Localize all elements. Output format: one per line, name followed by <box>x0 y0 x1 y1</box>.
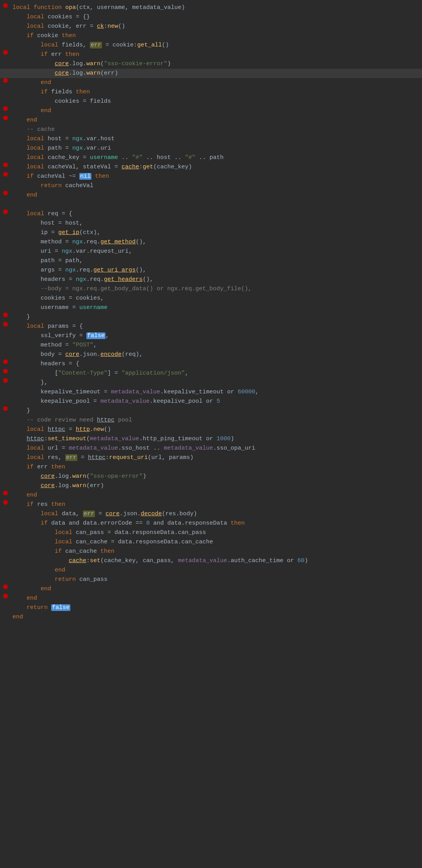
code-line-blank <box>0 200 422 209</box>
line-content-30: --body = ngx.req.get_body_data() or ngx.… <box>11 284 422 293</box>
code-line-7: core.log.warn("sso-cookie-error") <box>0 59 422 69</box>
gutter-39 <box>0 369 11 373</box>
breakpoint-40 <box>3 378 8 383</box>
line-content-55: if data and data.errorCode == 0 and data… <box>11 519 422 528</box>
line-content-23: host = host, <box>11 219 422 228</box>
line-content-8: core.log.warn(err) <box>11 69 422 78</box>
gutter-19 <box>0 172 11 177</box>
line-content-19: if cacheVal ~= nil then <box>11 172 422 181</box>
gutter-33 <box>0 313 11 317</box>
line-content-46: httpc:set_timeout(metadata_value.http_pi… <box>11 434 422 443</box>
line-content-37: body = core.json.encode(req), <box>11 350 422 359</box>
gutter-43 <box>0 406 11 411</box>
line-content-44: -- code review need httpc pool <box>11 416 422 425</box>
code-line-63: end <box>0 594 422 603</box>
code-line-5: local fields, err = cookie:get_all() <box>0 41 422 50</box>
line-content-49: if err then <box>11 463 422 472</box>
breakpoint-39 <box>3 369 8 373</box>
code-line-50: core.log.warn("sso-opa-error") <box>0 472 422 481</box>
code-line-46: httpc:set_timeout(metadata_value.http_pi… <box>0 434 422 444</box>
code-line-43: } <box>0 406 422 416</box>
line-content-35: ssl_verify = false, <box>11 331 422 340</box>
code-line-49: if err then <box>0 463 422 472</box>
breakpoint-33 <box>3 313 8 317</box>
line-content-41: keepalive_timeout = metadata_value.keepa… <box>11 388 422 396</box>
code-line-25: method = ngx.req.get_method(), <box>0 238 422 247</box>
code-line-20: return cacheVal <box>0 181 422 191</box>
code-line-33: } <box>0 313 422 322</box>
code-line-6: if err then <box>0 50 422 59</box>
breakpoint-43 <box>3 406 8 411</box>
line-content-blank <box>11 200 422 209</box>
code-line-58: if can_cache then <box>0 547 422 556</box>
code-line-62: end <box>0 584 422 594</box>
code-line-40: }, <box>0 378 422 388</box>
line-content-22: local req = { <box>11 209 422 218</box>
line-content-33: } <box>11 313 422 321</box>
line-content-2: local cookies = {} <box>11 13 422 21</box>
gutter-6 <box>0 50 11 55</box>
code-line-29: headers = ngx.req.get_headers(), <box>0 275 422 284</box>
line-content-5: local fields, err = cookie:get_all() <box>11 41 422 50</box>
code-line-51: core.log.warn(err) <box>0 481 422 491</box>
line-content-54: local data, err = core.json.decode(res.b… <box>11 509 422 518</box>
gutter-22 <box>0 209 11 214</box>
line-content-40: }, <box>11 378 422 387</box>
line-content-61: return can_pass <box>11 575 422 584</box>
gutter-9 <box>0 78 11 83</box>
gutter-62 <box>0 584 11 589</box>
breakpoint-19 <box>3 172 8 177</box>
line-content-34: local params = { <box>11 322 422 331</box>
line-content-10: if fields then <box>11 88 422 96</box>
code-line-17: local cache_key = username .. "#" .. hos… <box>0 153 422 163</box>
gutter-12 <box>0 106 11 111</box>
code-line-65: end <box>0 613 422 622</box>
line-content-42: keepalive_pool = metadata_value.keepaliv… <box>11 397 422 406</box>
line-content-64: return false <box>11 603 422 612</box>
code-line-23: host = host, <box>0 219 422 228</box>
code-line-13: end <box>0 116 422 125</box>
line-content-12: end <box>11 106 422 115</box>
line-content-6: if err then <box>11 50 422 59</box>
gutter-21 <box>0 191 11 195</box>
breakpoint-1 <box>3 3 8 8</box>
line-content-9: end <box>11 78 422 87</box>
line-content-60: end <box>11 566 422 575</box>
code-line-12: end <box>0 106 422 116</box>
gutter-13 <box>0 116 11 120</box>
breakpoint-63 <box>3 594 8 598</box>
code-line-61: return can_pass <box>0 575 422 584</box>
line-content-13: end <box>11 116 422 125</box>
line-content-3: local cookie, err = ck:new() <box>11 22 422 31</box>
line-content-48: local res, err = httpc:request_uri(url, … <box>11 453 422 462</box>
code-line-15: local host = ngx.var.host <box>0 134 422 144</box>
breakpoint-6 <box>3 50 8 55</box>
code-editor: local function opa(ctx, username, metada… <box>0 0 422 868</box>
breakpoint-38 <box>3 359 8 364</box>
code-line-8: core.log.warn(err) <box>0 69 422 78</box>
line-content-63: end <box>11 594 422 603</box>
gutter-18 <box>0 163 11 167</box>
line-content-29: headers = ngx.req.get_headers(), <box>11 275 422 284</box>
breakpoint-62 <box>3 584 8 589</box>
code-line-64: return false <box>0 603 422 613</box>
line-content-47: local url = metadata_value.sso_host .. m… <box>11 444 422 453</box>
breakpoint-12 <box>3 106 8 111</box>
code-line-11: cookies = fields <box>0 97 422 106</box>
code-line-42: keepalive_pool = metadata_value.keepaliv… <box>0 397 422 406</box>
code-line-35: ssl_verify = false, <box>0 331 422 341</box>
line-content-15: local host = ngx.var.host <box>11 134 422 143</box>
code-line-3: local cookie, err = ck:new() <box>0 22 422 31</box>
code-line-36: method = "POST", <box>0 341 422 350</box>
code-line-2: local cookies = {} <box>0 13 422 22</box>
gutter-38 <box>0 359 11 364</box>
line-content-43: } <box>11 406 422 415</box>
code-line-45: local httpc = http.new() <box>0 425 422 434</box>
line-content-36: method = "POST", <box>11 341 422 350</box>
breakpoint-34 <box>3 322 8 327</box>
line-content-11: cookies = fields <box>11 97 422 106</box>
line-content-21: end <box>11 191 422 200</box>
code-line-26: uri = ngx.var.request_uri, <box>0 247 422 256</box>
line-content-51: core.log.warn(err) <box>11 481 422 490</box>
code-line-18: local cacheVal, stateVal = cache:get(cac… <box>0 163 422 172</box>
